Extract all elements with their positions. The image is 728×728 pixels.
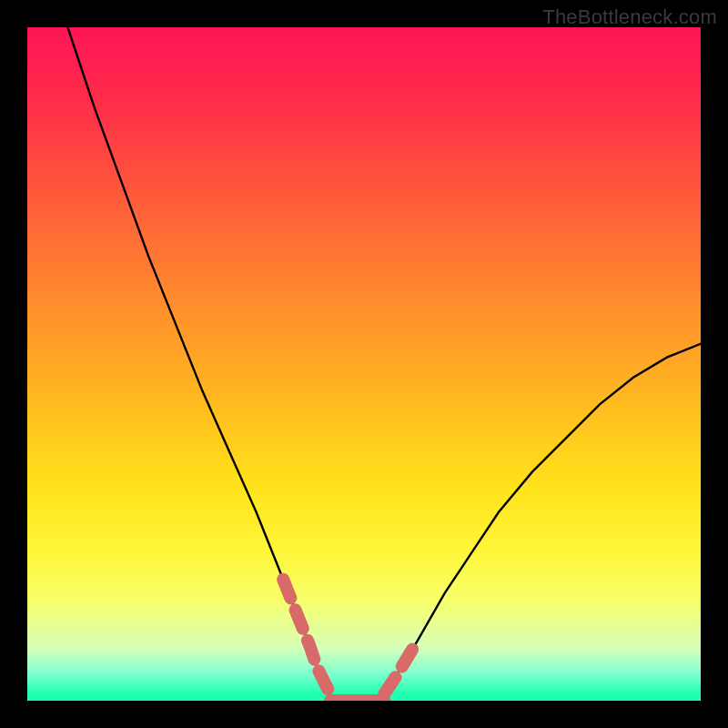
chart-frame: TheBottleneck.com (0, 0, 728, 728)
plot-area (27, 27, 701, 701)
highlight-right (384, 640, 418, 693)
watermark-text: TheBottleneck.com (542, 5, 717, 29)
highlight-left (283, 580, 330, 694)
bottleneck-curve (67, 27, 701, 701)
curve-layer (27, 27, 701, 701)
